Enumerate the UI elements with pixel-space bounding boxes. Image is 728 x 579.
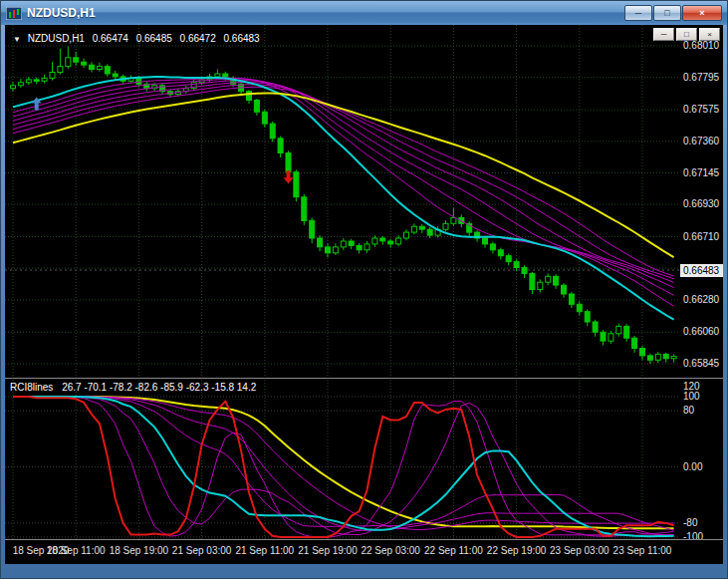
candle bbox=[671, 357, 676, 359]
candle bbox=[647, 356, 652, 360]
indicator-axis-label: 80 bbox=[683, 405, 694, 417]
candle bbox=[302, 197, 307, 221]
candle bbox=[380, 238, 385, 241]
price-chart[interactable] bbox=[5, 25, 679, 378]
time-axis-divider bbox=[5, 539, 723, 540]
candle bbox=[333, 247, 338, 253]
ma-line bbox=[13, 94, 674, 258]
quote-symbol: NZDUSD,H1 bbox=[28, 33, 85, 44]
candle bbox=[105, 67, 110, 74]
quote-close: 0.66483 bbox=[224, 33, 260, 44]
candle bbox=[663, 354, 668, 358]
candle bbox=[483, 238, 488, 244]
child-restore-button[interactable]: □ bbox=[676, 28, 697, 41]
indicator-grid bbox=[5, 380, 679, 539]
candle bbox=[451, 217, 456, 223]
candle bbox=[341, 241, 346, 247]
grid bbox=[5, 25, 679, 378]
candle bbox=[247, 92, 252, 101]
candle bbox=[498, 250, 503, 256]
candle bbox=[310, 220, 315, 238]
candle bbox=[655, 354, 660, 360]
candle bbox=[278, 139, 283, 153]
rci-line bbox=[13, 397, 674, 530]
chart-client-area: ─ □ × ▼ NZDUSD,H1 0.66474 0.66485 0.6647… bbox=[5, 25, 723, 564]
candle bbox=[632, 338, 637, 348]
candle bbox=[66, 58, 71, 67]
mt4-chart-window: NZDUSD,H1 ─ □ × ─ □ × ▼ NZDUSD,H1 0.6647… bbox=[0, 0, 728, 579]
restore-button[interactable]: □ bbox=[653, 5, 681, 21]
candle bbox=[318, 238, 323, 247]
candle bbox=[42, 78, 47, 81]
candle bbox=[404, 232, 409, 238]
child-window-buttons: ─ □ × bbox=[653, 28, 720, 41]
candle bbox=[18, 83, 23, 86]
time-axis-label: 21 Sep 03:00 bbox=[167, 545, 237, 556]
time-axis-label: 22 Sep 03:00 bbox=[356, 545, 425, 556]
time-axis-label: 21 Sep 11:00 bbox=[230, 545, 300, 556]
chart-window-icon bbox=[6, 7, 22, 20]
pane-divider[interactable] bbox=[5, 378, 723, 379]
candle bbox=[640, 349, 645, 356]
ma-line bbox=[13, 79, 674, 295]
time-axis-label: 21 Sep 19:00 bbox=[293, 545, 363, 556]
quote-high: 0.66485 bbox=[136, 33, 172, 44]
candle bbox=[538, 282, 543, 289]
close-button[interactable]: × bbox=[682, 5, 722, 21]
candle bbox=[443, 223, 448, 229]
candle bbox=[569, 294, 574, 304]
candle bbox=[427, 229, 432, 235]
candle bbox=[411, 226, 416, 232]
candle bbox=[624, 326, 629, 338]
candle bbox=[26, 80, 31, 83]
child-close-button[interactable]: × bbox=[699, 28, 720, 41]
candle bbox=[514, 262, 519, 268]
candle bbox=[388, 241, 393, 244]
candle bbox=[608, 334, 613, 341]
indicator-axis[interactable]: 120100800.00-80-100 bbox=[679, 25, 723, 564]
candle bbox=[601, 332, 606, 341]
time-axis-label: 18 Sep 11:00 bbox=[41, 545, 111, 556]
indicator-axis-label: -80 bbox=[683, 517, 697, 529]
time-axis-label: 18 Sep 19:00 bbox=[104, 545, 173, 556]
indicator-values: 26.7 -70.1 -78.2 -82.6 -85.9 -62.3 -15.8… bbox=[62, 382, 256, 393]
candle bbox=[294, 172, 299, 197]
candle bbox=[254, 101, 259, 113]
candle bbox=[113, 74, 118, 77]
candle bbox=[11, 86, 16, 89]
time-axis[interactable]: 18 Sep 202018 Sep 11:0018 Sep 19:0021 Se… bbox=[5, 541, 723, 564]
child-minimize-button[interactable]: ─ bbox=[653, 28, 674, 41]
candle bbox=[136, 78, 141, 84]
candle bbox=[326, 247, 331, 253]
candle bbox=[50, 73, 55, 79]
window-title: NZDUSD,H1 bbox=[27, 6, 624, 20]
candle bbox=[530, 273, 535, 289]
rci-line bbox=[13, 397, 674, 536]
candle bbox=[396, 238, 401, 244]
candle bbox=[616, 326, 621, 333]
candle bbox=[349, 241, 354, 245]
indicator-chart[interactable] bbox=[5, 380, 679, 539]
indicator-axis-label: 0.00 bbox=[683, 461, 702, 473]
window-titlebar[interactable]: NZDUSD,H1 ─ □ × bbox=[1, 1, 727, 25]
candle bbox=[34, 80, 39, 82]
candle bbox=[97, 67, 102, 70]
indicator-axis-label: 100 bbox=[683, 391, 700, 403]
candle bbox=[577, 304, 582, 311]
minimize-button[interactable]: ─ bbox=[624, 5, 652, 21]
rci-line bbox=[13, 397, 674, 530]
candle bbox=[215, 74, 220, 77]
candle bbox=[490, 244, 495, 250]
candle bbox=[357, 245, 362, 249]
quote-low: 0.66472 bbox=[180, 33, 216, 44]
candle bbox=[90, 65, 95, 69]
candle bbox=[585, 312, 590, 322]
symbol-dropdown-icon[interactable]: ▼ bbox=[13, 35, 21, 44]
candle bbox=[58, 67, 63, 73]
candle bbox=[82, 62, 87, 65]
time-axis-label: 22 Sep 19:00 bbox=[482, 545, 552, 556]
candle bbox=[262, 112, 267, 124]
indicator-label: RCI8lines 26.7 -70.1 -78.2 -82.6 -85.9 -… bbox=[10, 382, 262, 393]
rci-line bbox=[13, 397, 674, 528]
quote-open: 0.66474 bbox=[93, 33, 128, 44]
